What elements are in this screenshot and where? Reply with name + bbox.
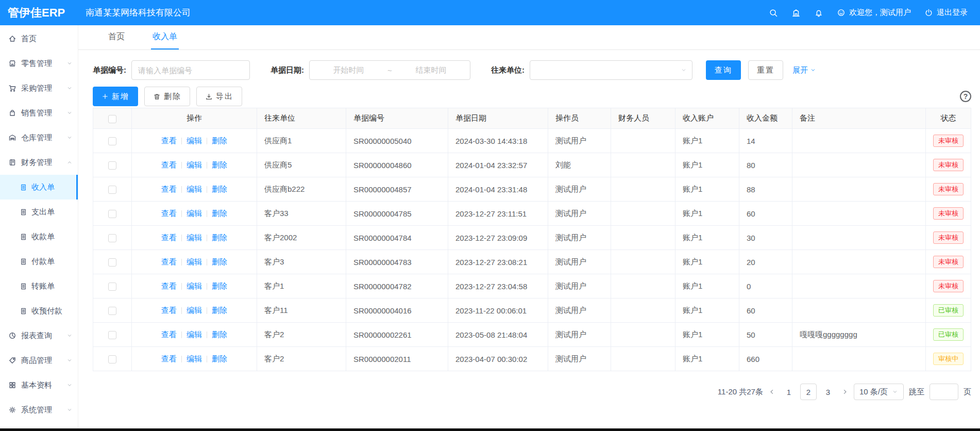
row-action-view[interactable]: 查看 <box>161 136 177 145</box>
prev-page-icon[interactable] <box>768 388 775 395</box>
add-button[interactable]: 新增 <box>93 87 138 106</box>
help-icon[interactable]: ? <box>960 91 971 102</box>
delete-button[interactable]: 删除 <box>144 87 190 106</box>
page-size-select[interactable]: 10 条/页 <box>854 384 904 400</box>
action-divider <box>207 283 207 290</box>
row-checkbox[interactable] <box>108 331 116 339</box>
sidebar-item-report[interactable]: 报表查询 <box>0 323 78 348</box>
row-action-delete[interactable]: 删除 <box>212 136 227 145</box>
reset-button[interactable]: 重置 <box>748 60 783 80</box>
sidebar-subitem-payment[interactable]: 付款单 <box>0 249 78 274</box>
row-actions-cell: 查看编辑删除 <box>132 274 257 299</box>
sidebar-item-retail[interactable]: 零售管理 <box>0 51 78 76</box>
row-action-view[interactable]: 查看 <box>161 233 177 242</box>
row-action-view[interactable]: 查看 <box>161 281 177 290</box>
notification-bell-icon[interactable] <box>814 8 823 18</box>
row-action-delete[interactable]: 删除 <box>212 185 227 193</box>
tab-income[interactable]: 收入单 <box>151 25 179 49</box>
warehouse-icon <box>8 134 16 142</box>
partner-select[interactable] <box>530 60 692 80</box>
search-button[interactable]: 查询 <box>706 60 741 80</box>
welcome-user[interactable]: 欢迎您，测试用户 <box>837 8 911 18</box>
row-action-edit[interactable]: 编辑 <box>187 330 202 339</box>
page-number-2[interactable]: 2 <box>800 384 817 400</box>
cell-account: 账户1 <box>675 250 739 274</box>
sidebar-subitem-income[interactable]: 收入单 <box>0 175 78 200</box>
row-action-view[interactable]: 查看 <box>161 185 177 193</box>
cell-remark <box>792 177 926 202</box>
sidebar-item-system[interactable]: 系统管理 <box>0 397 78 422</box>
row-action-delete[interactable]: 删除 <box>212 306 227 314</box>
row-action-view[interactable]: 查看 <box>161 306 177 314</box>
cell-date: 2023-12-27 23:04:58 <box>448 274 548 299</box>
status-badge: 审核中 <box>933 353 964 365</box>
row-action-view[interactable]: 查看 <box>161 330 177 339</box>
sidebar-item-sales[interactable]: 销售管理 <box>0 101 78 125</box>
sidebar-subitem-transfer[interactable]: 转账单 <box>0 274 78 299</box>
row-action-delete[interactable]: 删除 <box>212 209 227 218</box>
row-action-view[interactable]: 查看 <box>161 209 177 218</box>
export-button[interactable]: 导出 <box>196 87 242 106</box>
row-action-view[interactable]: 查看 <box>161 257 177 266</box>
page-number-3[interactable]: 3 <box>820 384 836 400</box>
sidebar-item-goods[interactable]: 商品管理 <box>0 348 78 373</box>
action-divider <box>207 259 207 266</box>
row-checkbox[interactable] <box>108 355 116 363</box>
sidebar-item-home[interactable]: 首页 <box>0 26 78 51</box>
row-checkbox[interactable] <box>108 258 116 267</box>
next-page-icon[interactable] <box>841 388 849 395</box>
row-checkbox[interactable] <box>108 186 116 194</box>
row-actions-cell: 查看编辑删除 <box>132 299 257 323</box>
row-action-view[interactable]: 查看 <box>161 354 177 363</box>
row-action-edit[interactable]: 编辑 <box>187 160 202 169</box>
table-toolbar: 新增 删除 导出 ? <box>93 87 971 106</box>
row-checkbox[interactable] <box>108 161 116 170</box>
row-action-edit[interactable]: 编辑 <box>187 233 202 242</box>
sidebar-subitem-expense[interactable]: 支出单 <box>0 200 78 224</box>
select-all-checkbox[interactable] <box>108 115 116 123</box>
row-action-edit[interactable]: 编辑 <box>187 306 202 314</box>
jump-to-page-input[interactable] <box>930 384 958 400</box>
row-action-delete[interactable]: 删除 <box>212 257 227 266</box>
sidebar-subitem-advance[interactable]: 收预付款 <box>0 299 78 323</box>
sidebar-subitem-label: 收预付款 <box>31 306 62 316</box>
home-shortcut-icon[interactable] <box>791 8 801 18</box>
row-action-edit[interactable]: 编辑 <box>187 354 202 363</box>
action-divider <box>207 356 207 362</box>
row-checkbox[interactable] <box>108 283 116 291</box>
row-action-edit[interactable]: 编辑 <box>187 136 202 145</box>
tab-home[interactable]: 首页 <box>107 25 126 49</box>
cell-partner: 客户2002 <box>257 226 346 250</box>
column-header-9: 状态 <box>926 108 971 129</box>
sidebar-item-warehouse[interactable]: 仓库管理 <box>0 125 78 150</box>
row-action-edit[interactable]: 编辑 <box>187 257 202 266</box>
row-action-edit[interactable]: 编辑 <box>187 209 202 218</box>
row-action-delete[interactable]: 删除 <box>212 233 227 242</box>
row-checkbox[interactable] <box>108 210 116 218</box>
sidebar-item-purchase[interactable]: 采购管理 <box>0 76 78 101</box>
row-action-delete[interactable]: 删除 <box>212 281 227 290</box>
page-number-1[interactable]: 1 <box>781 384 797 400</box>
row-action-edit[interactable]: 编辑 <box>187 185 202 193</box>
logout-button[interactable]: 退出登录 <box>924 8 968 18</box>
bill-no-input[interactable] <box>131 60 250 80</box>
search-icon[interactable] <box>769 8 778 18</box>
row-checkbox[interactable] <box>108 137 116 145</box>
row-action-view[interactable]: 查看 <box>161 160 177 169</box>
sidebar-item-finance[interactable]: 财务管理 <box>0 150 78 175</box>
jump-to-label: 跳至 <box>909 387 924 397</box>
page-size-label: 10 条/页 <box>859 387 888 397</box>
cell-operator: 测试用户 <box>548 274 611 299</box>
row-action-edit[interactable]: 编辑 <box>187 281 202 290</box>
cell-account: 账户1 <box>675 129 739 153</box>
sidebar-item-basedata[interactable]: 基本资料 <box>0 373 78 397</box>
sidebar-subitem-receipt[interactable]: 收款单 <box>0 224 78 249</box>
expand-filters-link[interactable]: 展开 <box>792 65 816 75</box>
row-action-delete[interactable]: 删除 <box>212 330 227 339</box>
date-range-picker[interactable]: 开始时间 ~ 结束时间 <box>309 60 470 80</box>
row-action-delete[interactable]: 删除 <box>212 354 227 363</box>
row-checkbox[interactable] <box>108 307 116 315</box>
row-checkbox[interactable] <box>108 234 116 242</box>
date-start-placeholder: 开始时间 <box>333 65 364 75</box>
row-action-delete[interactable]: 删除 <box>212 160 227 169</box>
